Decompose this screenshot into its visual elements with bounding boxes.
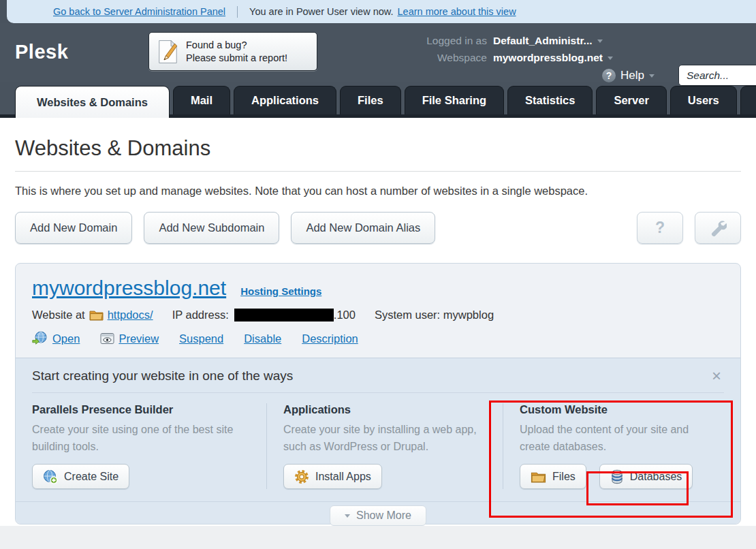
toolbar-icon-buttons: ? [637,212,741,244]
card-footer: Show More [16,501,740,524]
learn-more-link[interactable]: Learn more about this view [398,6,516,17]
page-title: Websites & Domains [0,118,756,161]
globe-plus-icon [43,469,58,484]
database-icon [610,469,624,484]
preview-link[interactable]: Preview [100,332,159,345]
ip-address-label: IP address: [172,309,229,321]
folder-icon [531,471,546,483]
tab-mail[interactable]: Mail [173,86,230,114]
plesk-page: Go back to Server Administration Panel Y… [0,0,756,549]
settings-wrench-button[interactable] [695,212,741,244]
logged-in-label: Logged in as [426,35,487,47]
tab-statistics[interactable]: Statistics [507,86,593,114]
create-site-button[interactable]: Create Site [32,464,129,489]
chevron-down-icon [345,514,350,518]
help-label: Help [620,69,644,82]
domain-name-link[interactable]: mywordpressblog.net [32,277,226,300]
suspend-link[interactable]: Suspend [179,332,223,345]
custom-website-desc: Upload the content of your site and crea… [520,421,708,455]
bug-report-label: Found a bug? Please submit a report! [186,39,287,65]
disable-link[interactable]: Disable [244,332,281,345]
getting-started-section: Start creating your website in one of th… [16,358,740,501]
chevron-down-icon [597,40,603,43]
domain-summary: mywordpressblog.net Hosting Settings Web… [16,264,740,358]
gear-icon [294,469,309,484]
back-to-admin-link[interactable]: Go back to Server Administration Panel [53,6,225,17]
topbar-divider [237,6,238,18]
custom-website-title: Custom Website [520,403,708,416]
webspace-label: Webspace [437,52,487,64]
chevron-down-icon [649,74,655,78]
add-new-domain-button[interactable]: Add New Domain [15,212,132,244]
tab-more-cut[interactable]: M [740,86,756,114]
power-user-status-text: You are in Power User view now. [249,6,393,17]
tab-websites-domains[interactable]: Websites & Domains [15,86,170,118]
docroot-link[interactable]: httpdocs/ [108,309,153,321]
bug-report-button[interactable]: Found a bug? Please submit a report! [148,32,317,71]
install-apps-button[interactable]: Install Apps [283,464,382,489]
globe-open-icon [32,331,48,346]
help-question-button[interactable]: ? [637,212,683,244]
close-icon[interactable]: × [709,369,724,383]
tab-server[interactable]: Server [596,86,666,114]
topbar-wrap: Go back to Server Administration Panel Y… [0,0,756,23]
folder-icon [89,309,104,321]
applications-title: Applications [283,403,486,416]
webspace-dropdown[interactable]: mywordpressblog.net [493,52,613,64]
account-area: Logged in as Default_Administr... Webspa… [426,35,613,64]
preview-icon [100,332,114,345]
wrench-icon [709,219,727,237]
search-input[interactable] [678,65,756,86]
tab-file-sharing[interactable]: File Sharing [405,86,504,114]
ip-suffix: .100 [334,309,356,321]
tab-files[interactable]: Files [340,86,401,114]
presence-builder-desc: Create your site using one of the best s… [32,421,243,455]
chevron-down-icon [608,57,613,60]
domain-links-row: Open Preview [32,331,724,346]
plesk-logo: Plesk [15,41,68,63]
open-site-link[interactable]: Open [32,331,80,346]
applications-desc: Create your site by installing a web app… [283,421,486,455]
custom-website-column: Custom Website Upload the content of you… [503,403,724,489]
ip-redacted-box [234,309,334,321]
system-user-text: System user: mywpblog [375,309,494,321]
add-new-domain-alias-button[interactable]: Add New Domain Alias [291,212,435,244]
domain-info-row: Website at httpdocs/ IP address: .100 [32,309,724,321]
header: Plesk Found a bug? Please submit a repor… [0,23,756,82]
add-new-subdomain-button[interactable]: Add New Subdomain [144,212,279,244]
applications-column: Applications Create your site by install… [266,403,503,489]
logged-in-user-dropdown[interactable]: Default_Administr... [493,35,613,47]
files-button[interactable]: Files [520,464,586,489]
intro-text: This is where you set up and manage webs… [15,185,741,198]
tab-bar: Websites & Domains Mail Applications Fil… [0,82,756,118]
hosting-settings-link[interactable]: Hosting Settings [240,285,321,297]
description-link[interactable]: Description [302,332,358,345]
getting-started-title: Start creating your website in one of th… [32,368,293,383]
main-content: Websites & Domains This is where you set… [0,118,756,526]
presence-builder-column: Parallels Presence Builder Create your s… [32,403,266,489]
tab-users[interactable]: Users [670,86,737,114]
webspace-card: mywordpressblog.net Hosting Settings Web… [15,263,741,524]
action-button-row: Add New Domain Add New Subdomain Add New… [15,212,741,244]
show-more-button[interactable]: Show More [330,505,426,526]
question-circle-icon: ? [602,69,616,82]
website-at-label: Website at [32,309,85,321]
topbar: Go back to Server Administration Panel Y… [7,0,756,23]
help-menu[interactable]: ? Help [602,69,655,82]
presence-builder-title: Parallels Presence Builder [32,403,250,416]
pencil-report-icon [157,40,178,64]
tab-applications[interactable]: Applications [234,86,336,114]
databases-button[interactable]: Databases [599,464,693,489]
title-divider [15,171,741,172]
